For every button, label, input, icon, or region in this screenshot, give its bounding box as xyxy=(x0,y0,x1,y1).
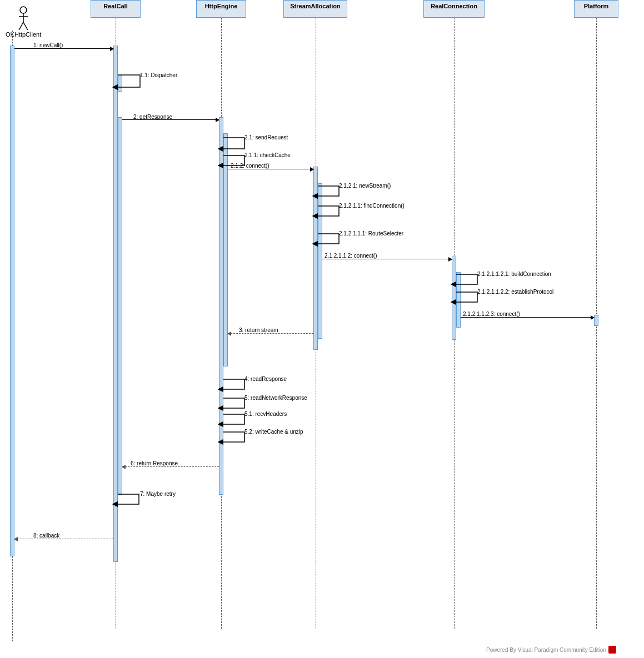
label-readresponse: 4: readResponse xyxy=(244,376,287,382)
activation-realconn xyxy=(452,257,456,340)
label-connect-platform: 2.1.2.1.1.2.3: connect() xyxy=(463,311,520,317)
label-connect-stream: 2.1.2: connect() xyxy=(231,163,269,169)
label-getresponse: 2: getResponse xyxy=(133,114,172,120)
watermark: Powered By Visual Paradigm Community Edi… xyxy=(486,646,616,654)
lifeline-realcall: RealCall xyxy=(91,0,141,18)
activation-okhttp xyxy=(10,46,14,556)
activation-realcall-main xyxy=(113,46,118,562)
lifeline-platform: Platform xyxy=(574,0,618,18)
svg-line-4 xyxy=(23,22,28,30)
label-writecache: 5.2: writeCache & unzip xyxy=(244,429,303,435)
arrow-returnresponse xyxy=(122,466,219,467)
svg-line-3 xyxy=(19,22,23,30)
label-findconn: 2.1.2.1.1: findConnection() xyxy=(339,203,405,209)
label-recvheaders: 5.1: recvHeaders xyxy=(244,411,287,417)
activation-httpengine xyxy=(219,117,223,495)
arrow-newcall xyxy=(14,48,113,49)
label-establishprotocol: 2.1.2.1.1.2.2: establishProtocol xyxy=(477,289,553,295)
activation-streamalloc xyxy=(313,167,318,350)
watermark-icon xyxy=(608,646,616,654)
label-buildconn: 2.1.2.1.1.2.1: buildConnection xyxy=(477,271,551,277)
label-callback: 8: callback xyxy=(33,533,59,539)
label-newstream: 2.1.2.1: newStream() xyxy=(339,183,391,189)
label-returnresponse: 6: return Response xyxy=(131,460,178,466)
label-checkcache: 2.1.1: checkCache xyxy=(244,152,291,158)
activation-realcall-inner xyxy=(118,117,122,495)
arrow-connect-platform xyxy=(461,317,594,318)
svg-point-0 xyxy=(20,7,27,13)
label-mayberetry: 7: Maybe retry xyxy=(140,491,176,497)
lifeline-realconn: RealConnection xyxy=(423,0,485,18)
label-readnetwork: 5: readNetworkResponse xyxy=(244,395,307,401)
arrow-returnstream xyxy=(228,333,313,334)
label-dispatcher: 1.1: Dispatcher xyxy=(140,72,177,78)
lifeline-streamalloc: StreamAllocation xyxy=(283,0,347,18)
label-sendrequest: 2.1: sendRequest xyxy=(244,134,288,140)
actor-okhttp: OKHttpClient xyxy=(6,6,41,38)
arrow-callback xyxy=(14,539,113,539)
arrow-connect-realconn xyxy=(322,259,452,259)
activation-platform xyxy=(594,315,598,326)
label-returnstream: 3: return stream xyxy=(239,327,278,333)
label-connect-realconn: 2.1.2.1.1.2: connect() xyxy=(325,253,377,259)
label-newcall: 1: newCall() xyxy=(33,42,63,48)
label-routeselect: 2.1.2.1.1.1: RouteSelecter xyxy=(339,230,403,237)
sequence-diagram: OKHttpClient RealCall HttpEngine StreamA… xyxy=(0,0,644,658)
lifeline-httpengine: HttpEngine xyxy=(196,0,246,18)
arrow-connect-stream xyxy=(228,169,313,169)
